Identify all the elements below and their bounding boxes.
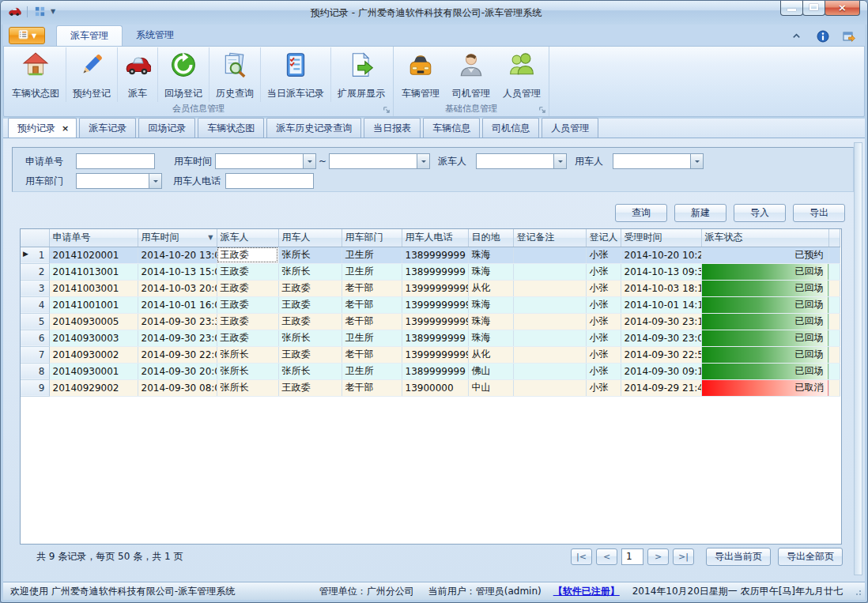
dialog-launcher-icon[interactable]	[381, 104, 391, 114]
grid-cell[interactable]: 2014-10-20 13:00	[138, 247, 217, 263]
grid-cell[interactable]: 王政委	[217, 313, 278, 330]
grid-cell[interactable]: 2014-09-30 09:17	[621, 363, 701, 379]
dispatch-status-cell[interactable]: 已回场	[701, 313, 828, 330]
maximize-button[interactable]	[802, 1, 825, 16]
grid-cell[interactable]: 王政委	[217, 247, 278, 263]
phone-input[interactable]	[225, 173, 314, 189]
ribbon-tab[interactable]: 派车管理	[56, 25, 123, 47]
grid-cell[interactable]: 13999999999	[402, 280, 468, 296]
ribbon-button[interactable]: 历史查询	[209, 47, 261, 102]
info-icon[interactable]	[816, 29, 829, 43]
doc-tab[interactable]: 回场记录	[138, 118, 195, 138]
grid-cell[interactable]	[513, 280, 586, 296]
grid-cell[interactable]	[513, 379, 586, 396]
dispatch-status-cell[interactable]: 已回场	[701, 296, 828, 313]
dispatch-status-cell[interactable]: 已预约	[701, 247, 828, 263]
grid-cell[interactable]: 2014-09-30 22:59	[621, 346, 701, 363]
ribbon-button[interactable]: 派车	[118, 47, 158, 102]
next-page-button[interactable]: >	[647, 548, 669, 565]
ribbon-button[interactable]: 回场登记	[158, 47, 209, 102]
grid-cell[interactable]: 张所长	[217, 346, 278, 363]
application-menu-button[interactable]: ▼	[9, 27, 45, 44]
doc-tab[interactable]: 人员管理	[542, 118, 598, 138]
ribbon-button[interactable]: 司机管理	[446, 47, 496, 102]
grid-cell[interactable]: 2014-10-20 10:24	[621, 247, 701, 263]
grid-cell[interactable]: 小张	[586, 280, 621, 296]
grid-cell[interactable]: 20140930005	[49, 313, 138, 330]
grid-cell[interactable]: 张所长	[278, 263, 342, 280]
grid-cell[interactable]: 张所长	[278, 330, 342, 346]
row-indicator[interactable]: 5	[21, 313, 49, 330]
vertical-scrollbar[interactable]	[854, 142, 862, 575]
dispatch-status-cell[interactable]: 已回场	[701, 280, 828, 296]
grid-cell[interactable]: 2014-10-13 09:34	[621, 263, 701, 280]
collapse-ribbon-icon[interactable]	[790, 29, 803, 43]
grid-cell[interactable]	[513, 363, 586, 379]
ribbon-button[interactable]: 当日派车记录	[261, 47, 331, 102]
grid-cell[interactable]: 小张	[586, 346, 621, 363]
column-header[interactable]: 用车时间▼	[138, 229, 217, 247]
grid-cell[interactable]: 1389999999	[402, 330, 468, 346]
grid-cell[interactable]: 2014-09-29 21:47	[621, 379, 701, 396]
row-indicator[interactable]: 6	[21, 330, 49, 346]
grid-cell[interactable]: 从化	[468, 346, 513, 363]
grid-cell[interactable]: 卫生所	[342, 363, 402, 379]
grid-cell[interactable]	[513, 313, 586, 330]
grid-cell[interactable]: 张所长	[217, 379, 278, 396]
grid-cell[interactable]: 卫生所	[342, 247, 402, 263]
new-button[interactable]: 新建	[674, 204, 726, 222]
grid-cell[interactable]: 13999999999	[402, 313, 468, 330]
table-row[interactable]: 5201409300052014-09-30 23:30王政委王政委老干部139…	[21, 313, 840, 330]
grid-cell[interactable]: 卫生所	[342, 330, 402, 346]
grid-cell[interactable]: 小张	[586, 330, 621, 346]
grid-cell[interactable]	[513, 346, 586, 363]
request-no-input[interactable]	[76, 153, 155, 169]
grid-cell[interactable]: 2014-09-30 22:00	[138, 346, 217, 363]
grid-cell[interactable]: 1389999999	[402, 247, 468, 263]
doc-tab[interactable]: 车辆信息	[423, 118, 480, 138]
doc-tab[interactable]: 派车记录	[79, 118, 136, 138]
grid-cell[interactable]: 王政委	[217, 280, 278, 296]
grid-cell[interactable]: 2014-10-03 18:11	[621, 280, 701, 296]
table-row[interactable]: 7201409300022014-09-30 22:00张所长王政委老干部139…	[21, 346, 840, 363]
grid-cell[interactable]: 1389999999	[402, 263, 468, 280]
grid-cell[interactable]: 珠海	[468, 296, 513, 313]
grid-cell[interactable]: 珠海	[468, 313, 513, 330]
ribbon-tab[interactable]: 系统管理	[123, 25, 187, 46]
doc-tab[interactable]: 派车历史记录查询	[266, 118, 361, 138]
ribbon-button[interactable]: 车辆管理	[395, 47, 446, 102]
column-header[interactable]: 申请单号	[49, 229, 138, 247]
doc-tab[interactable]: 车辆状态图	[198, 118, 264, 138]
grid-cell[interactable]: 2014-10-13 15:00	[138, 263, 217, 280]
grid-cell[interactable]: 2014-10-01 16:00	[138, 296, 217, 313]
dispatch-status-cell[interactable]: 已回场	[701, 363, 828, 379]
grid-cell[interactable]: 13999999999	[402, 296, 468, 313]
page-number-input[interactable]	[621, 548, 643, 565]
row-indicator[interactable]: 2	[21, 263, 49, 280]
grid-cell[interactable]	[513, 296, 586, 313]
use-time-to-combo[interactable]	[329, 153, 430, 169]
column-header[interactable]: 登记备注	[513, 229, 586, 247]
grid-cell[interactable]: 2014-09-30 23:14	[621, 313, 701, 330]
table-row[interactable]: 8201409300012014-09-30 20:00张所长张所长卫生所138…	[21, 363, 840, 379]
doc-tab[interactable]: 司机信息	[482, 118, 539, 138]
dispatch-status-cell[interactable]: 已回场	[701, 346, 828, 363]
close-tab-icon[interactable]: ×	[62, 123, 69, 134]
column-header[interactable]: 用车人	[278, 229, 342, 247]
grid-cell[interactable]: 2014-09-30 20:00	[138, 363, 217, 379]
import-button[interactable]: 导入	[734, 204, 786, 222]
ribbon-button[interactable]: 扩展屏显示	[331, 47, 391, 102]
grid-cell[interactable]: 从化	[468, 280, 513, 296]
prev-page-button[interactable]: <	[596, 548, 617, 565]
dropdown-caret-icon[interactable]: ▼	[51, 8, 55, 15]
row-indicator[interactable]: 7	[21, 346, 49, 363]
grid-cell[interactable]: 20140930001	[49, 363, 138, 379]
grid-cell[interactable]: 20141003001	[49, 280, 138, 296]
export-current-page-button[interactable]: 导出当前页	[706, 548, 771, 566]
grid-cell[interactable]: 老干部	[342, 379, 402, 396]
last-page-button[interactable]: >|	[673, 548, 694, 565]
grid-cell[interactable]: 2014-10-01 14:19	[621, 296, 701, 313]
grid-cell[interactable]: 张所长	[278, 247, 342, 263]
grid-cell[interactable]: 中山	[468, 379, 513, 396]
row-indicator[interactable]: 3	[21, 280, 49, 296]
